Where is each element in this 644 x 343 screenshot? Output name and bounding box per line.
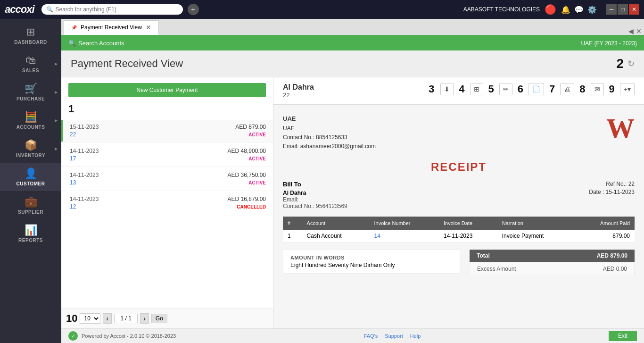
tab-close-icon[interactable]: ✕ <box>146 24 151 31</box>
page-number-input[interactable] <box>114 314 138 323</box>
footer-links: FAQ's Support Help <box>364 333 421 339</box>
email-icon-button[interactable]: ✉ <box>591 83 604 95</box>
payment-status: ACTIVE <box>248 132 266 137</box>
go-button[interactable]: Go <box>151 314 167 323</box>
receipt-body: UAE UAE Contact No.: 8854125633 Email: a… <box>273 105 644 288</box>
help-link[interactable]: Help <box>410 333 421 339</box>
col-num: # <box>283 217 302 230</box>
bill-to-email: Email: <box>283 196 347 203</box>
table-icon-button[interactable]: ⊞ <box>470 83 483 95</box>
prev-page-button[interactable]: ‹ <box>103 313 112 324</box>
amount-words-section: AMOUNT IN WORDS Eight Hundred Seventy Ni… <box>283 250 460 278</box>
sidebar-label-inventory: INVENTORY <box>16 153 45 158</box>
next-page-button[interactable]: › <box>140 313 149 324</box>
badge-2: 2 <box>616 56 624 71</box>
sidebar-label-dashboard: DASHBOARD <box>14 40 47 45</box>
sidebar-item-supplier[interactable]: 💼 SUPPLIER <box>0 191 61 219</box>
payment-date: 14-11-2023 <box>70 148 99 154</box>
sales-icon: 🛍 <box>25 54 36 67</box>
col-invoice-number: Invoice Number <box>369 217 438 230</box>
badge-1: 1 <box>61 103 273 117</box>
search-box[interactable]: 🔍 <box>41 4 183 15</box>
sidebar-item-customer[interactable]: 👤 CUSTOMER <box>0 163 61 191</box>
account-info: Al Dahra 22 <box>283 83 314 99</box>
search-accounts-button[interactable]: 🔍 Search Accounts <box>68 40 124 47</box>
more-icon-button[interactable]: +▾ <box>620 83 635 95</box>
sidebar-item-dashboard[interactable]: ⊞ DASHBOARD <box>0 21 61 50</box>
tab-next-icon[interactable]: ✕ <box>636 27 642 35</box>
minimize-button[interactable]: ─ <box>606 4 617 15</box>
sidebar-item-inventory[interactable]: 📦 INVENTORY ▶ <box>0 134 61 163</box>
new-customer-payment-button[interactable]: New Customer Payment <box>68 83 266 97</box>
footer-bar: ✓ Powered by Accoxi - 2.0.10 © 2018-2023… <box>61 328 644 343</box>
settings-icon[interactable]: ⚙️ <box>587 5 597 14</box>
row-invoice-date: 14-11-2023 <box>439 230 497 243</box>
amount-words-text: Eight Hundred Seventy Nine Dirham Only <box>290 262 453 268</box>
add-tab-button[interactable]: + <box>188 4 199 15</box>
w-logo: W <box>606 114 635 142</box>
support-link[interactable]: Support <box>385 333 403 339</box>
total-value: AED 879.00 <box>597 252 627 259</box>
maximize-button[interactable]: □ <box>618 4 628 15</box>
page-size-select[interactable]: 10 25 50 <box>80 313 100 324</box>
tab-prev-icon[interactable]: ◀ <box>628 27 634 35</box>
account-number: 22 <box>283 92 314 99</box>
totals-section: Total AED 879.00 Excess Amount AED 0.00 <box>470 250 635 275</box>
sidebar: ⊞ DASHBOARD 🛍 SALES ▶ 🛒 PURCHASE ▶ 🧮 ACC… <box>0 19 61 343</box>
sidebar-label-reports: REPORTS <box>18 238 43 243</box>
payment-ref[interactable]: 13 <box>70 179 76 186</box>
row-num: 1 <box>283 230 302 243</box>
top-icons: 🔔 💬 ⚙️ <box>561 5 597 14</box>
payment-item[interactable]: 14-11-2023 AED 48,900.00 17 ACTIVE <box>61 144 273 166</box>
tab-right: ◀ ✕ <box>628 27 642 35</box>
edit-icon-button[interactable]: ✏ <box>499 83 512 95</box>
sidebar-label-purchase: PURCHASE <box>17 96 45 101</box>
sidebar-item-sales[interactable]: 🛍 SALES ▶ <box>0 50 61 78</box>
payment-ref[interactable]: 12 <box>70 203 76 210</box>
download-icon-button[interactable]: ⬇ <box>440 83 454 95</box>
row-account: Cash Account <box>302 230 370 243</box>
accounts-icon: 🧮 <box>25 111 37 123</box>
message-icon[interactable]: 💬 <box>574 5 584 14</box>
sidebar-item-purchase[interactable]: 🛒 PURCHASE ▶ <box>0 78 61 106</box>
tab-payment-received-view[interactable]: 📌 Payment Received View ✕ <box>64 20 159 35</box>
company-email: Email: ashanameer2000@gmail.com <box>283 142 376 151</box>
dashboard-icon: ⊞ <box>26 26 35 38</box>
payment-date: 15-11-2023 <box>70 124 99 130</box>
row-amount: 879.00 <box>575 230 635 243</box>
print-icon-button[interactable]: 🖨 <box>560 83 574 95</box>
content-area: 📌 Payment Received View ✕ ◀ ✕ 🔍 Search A… <box>61 19 644 343</box>
col-narration: Narration <box>497 217 575 230</box>
tab-label: Payment Received View <box>81 24 142 31</box>
badge-6: 6 <box>518 83 523 95</box>
payment-item[interactable]: 14-11-2023 AED 36,750.00 13 ACTIVE <box>61 168 273 190</box>
payment-item[interactable]: 15-11-2023 AED 879.00 22 ACTIVE <box>61 120 273 142</box>
sidebar-item-reports[interactable]: 📊 REPORTS <box>0 219 61 248</box>
bill-to-name: Al Dahra <box>283 190 347 196</box>
total-label: Total <box>477 252 490 259</box>
row-narration: Invoice Payment <box>497 230 575 243</box>
payment-ref[interactable]: 22 <box>70 131 76 138</box>
sidebar-item-accounts[interactable]: 🧮 ACCOUNTS ▶ <box>0 106 61 134</box>
payment-item[interactable]: 14-11-2023 AED 16,879.00 12 CANCELLED <box>61 192 273 214</box>
search-icon: 🔍 <box>46 6 53 13</box>
pagination: 10 10 25 50 ‹ › Go <box>61 308 273 328</box>
page-title: Payment Received View <box>71 58 183 70</box>
refresh-icon[interactable]: ↻ <box>627 59 635 69</box>
col-amount: Amount Paid <box>575 217 635 230</box>
col-invoice-date: Invoice Date <box>439 217 497 230</box>
search-accounts-icon: 🔍 <box>68 40 76 47</box>
pdf-icon-button[interactable]: 📄 <box>528 83 544 95</box>
faq-link[interactable]: FAQ's <box>364 333 378 339</box>
ref-date: Ref No.: 22 Date : 15-11-2023 <box>589 181 635 209</box>
search-input[interactable] <box>56 6 169 13</box>
exit-button[interactable]: Exit <box>609 331 637 341</box>
bill-to-contact: Contact No.: 9564123569 <box>283 203 347 209</box>
top-bar: accoxi 🔍 + AABASOFT TECHNOLOGIES 🔴 🔔 💬 ⚙… <box>0 0 644 19</box>
bell-icon[interactable]: 🔔 <box>561 5 570 14</box>
close-button[interactable]: ✕ <box>629 4 639 15</box>
footer-logo: ✓ Powered by Accoxi - 2.0.10 © 2018-2023 <box>68 331 176 341</box>
payment-ref[interactable]: 17 <box>70 155 76 162</box>
search-accounts-label: Search Accounts <box>78 40 124 47</box>
receipt-header-bar: Al Dahra 22 3 ⬇ 4 ⊞ 5 ✏ 6 📄 7 🖨 <box>273 77 644 105</box>
